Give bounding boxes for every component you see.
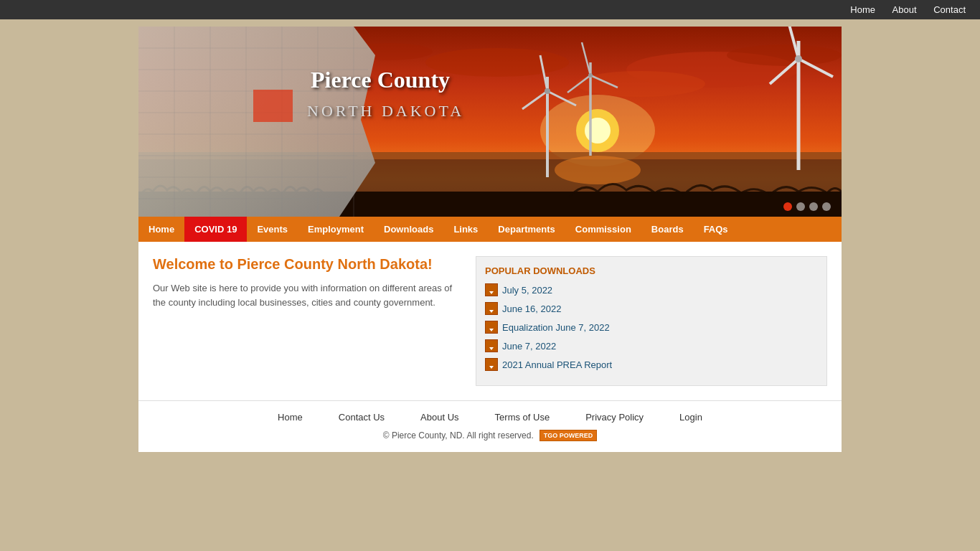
nav-events[interactable]: Events bbox=[247, 217, 298, 242]
nav-home[interactable]: Home bbox=[138, 217, 184, 242]
nav-links[interactable]: Links bbox=[443, 217, 488, 242]
download-icon-5 bbox=[485, 358, 498, 371]
main-nav: Home COVID 19 Events Employment Download… bbox=[138, 217, 842, 242]
topbar-about-link[interactable]: About bbox=[892, 4, 917, 15]
svg-point-3 bbox=[585, 118, 611, 143]
nav-covid[interactable]: COVID 19 bbox=[184, 217, 247, 242]
welcome-title: Welcome to Pierce County North Dakota! bbox=[153, 256, 461, 273]
footer-login[interactable]: Login bbox=[679, 412, 702, 423]
slider-dot-4[interactable] bbox=[822, 202, 831, 211]
svg-point-5 bbox=[727, 44, 842, 66]
nav-departments[interactable]: Departments bbox=[488, 217, 565, 242]
slider-dots bbox=[783, 202, 831, 211]
svg-text:NORTH DAKOTA: NORTH DAKOTA bbox=[307, 102, 464, 120]
downloads-box: POPULAR DOWNLOADS July 5, 2022 June 16, … bbox=[476, 256, 827, 386]
nav-commission[interactable]: Commission bbox=[565, 217, 641, 242]
copyright-text: © Pierce County, ND. All right reserved. bbox=[383, 430, 534, 441]
nav-faqs[interactable]: FAQs bbox=[694, 217, 738, 242]
footer-copyright: © Pierce County, ND. All right reserved.… bbox=[153, 430, 827, 441]
content-area: Welcome to Pierce County North Dakota! O… bbox=[138, 242, 842, 400]
main-content: Welcome to Pierce County North Dakota! O… bbox=[153, 256, 461, 386]
topbar-home-link[interactable]: Home bbox=[850, 4, 875, 15]
footer-about-us[interactable]: About Us bbox=[420, 412, 458, 423]
slider-dot-2[interactable] bbox=[796, 202, 805, 211]
tgo-badge: TGO POWERED bbox=[540, 430, 598, 441]
download-icon-1 bbox=[485, 283, 498, 296]
download-link-3[interactable]: Equalization June 7, 2022 bbox=[502, 322, 610, 333]
download-link-4[interactable]: June 7, 2022 bbox=[502, 341, 556, 352]
slider-dot-1[interactable] bbox=[783, 202, 792, 211]
topbar: Home About Contact bbox=[0, 0, 980, 19]
svg-point-11 bbox=[555, 156, 641, 184]
footer-links: Home Contact Us About Us Terms of Use Pr… bbox=[153, 412, 827, 423]
footer-contact-us[interactable]: Contact Us bbox=[339, 412, 385, 423]
main-wrapper: Pierce County NORTH DAKOTA bbox=[138, 27, 842, 452]
download-item-4: June 7, 2022 bbox=[485, 339, 818, 352]
nav-boards[interactable]: Boards bbox=[641, 217, 694, 242]
header-illustration: Pierce County NORTH DAKOTA bbox=[138, 27, 842, 217]
downloads-title: POPULAR DOWNLOADS bbox=[485, 265, 818, 276]
slider-dot-3[interactable] bbox=[809, 202, 818, 211]
download-link-1[interactable]: July 5, 2022 bbox=[502, 285, 552, 296]
download-item-3: Equalization June 7, 2022 bbox=[485, 321, 818, 334]
topbar-contact-link[interactable]: Contact bbox=[933, 4, 966, 15]
welcome-text: Our Web site is here to provide you with… bbox=[153, 281, 461, 309]
svg-text:Pierce County: Pierce County bbox=[311, 67, 450, 93]
header-banner: Pierce County NORTH DAKOTA bbox=[138, 27, 842, 217]
nav-employment[interactable]: Employment bbox=[298, 217, 374, 242]
download-icon-4 bbox=[485, 339, 498, 352]
svg-point-45 bbox=[795, 55, 802, 62]
footer: Home Contact Us About Us Terms of Use Pr… bbox=[138, 400, 842, 452]
svg-point-6 bbox=[576, 71, 705, 97]
download-item-1: July 5, 2022 bbox=[485, 283, 818, 296]
nav-downloads[interactable]: Downloads bbox=[374, 217, 443, 242]
download-link-5[interactable]: 2021 Annual PREA Report bbox=[502, 359, 612, 370]
footer-terms[interactable]: Terms of Use bbox=[495, 412, 550, 423]
svg-rect-28 bbox=[253, 90, 293, 122]
svg-point-35 bbox=[545, 88, 550, 94]
svg-point-40 bbox=[588, 73, 593, 77]
download-item-2: June 16, 2022 bbox=[485, 302, 818, 315]
download-icon-2 bbox=[485, 302, 498, 315]
download-icon-3 bbox=[485, 321, 498, 334]
download-item-5: 2021 Annual PREA Report bbox=[485, 358, 818, 371]
footer-home[interactable]: Home bbox=[278, 412, 303, 423]
download-link-2[interactable]: June 16, 2022 bbox=[502, 303, 561, 314]
footer-privacy[interactable]: Privacy Policy bbox=[585, 412, 644, 423]
